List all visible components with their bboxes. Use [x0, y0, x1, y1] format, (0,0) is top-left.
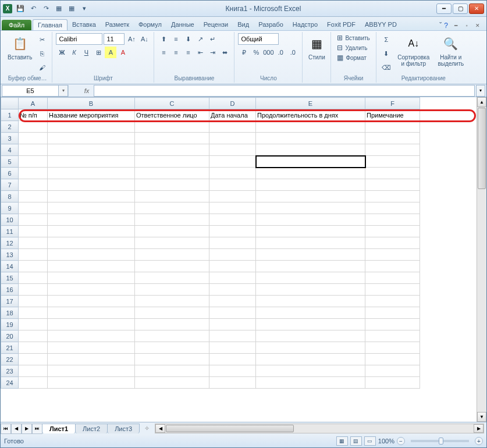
cell[interactable] — [19, 249, 48, 261]
font-color-button[interactable]: A — [117, 47, 129, 58]
row-header[interactable]: 11 — [1, 226, 19, 237]
namebox-dropdown-icon[interactable]: ▾ — [59, 85, 68, 97]
cell[interactable] — [209, 144, 256, 156]
row-header[interactable]: 12 — [1, 237, 19, 249]
cell[interactable] — [365, 261, 420, 272]
cell[interactable] — [209, 354, 256, 365]
cell[interactable] — [48, 307, 135, 319]
tab-first-icon[interactable]: ⏮ — [1, 424, 11, 434]
hscroll-thumb[interactable] — [166, 425, 294, 432]
row-header[interactable]: 4 — [1, 144, 19, 156]
cell[interactable] — [135, 284, 209, 296]
mdi-restore[interactable]: ▫ — [461, 21, 472, 30]
scroll-down-icon[interactable]: ▼ — [477, 412, 486, 422]
cell[interactable] — [135, 377, 209, 389]
cell[interactable] — [135, 191, 209, 202]
cell[interactable] — [256, 365, 365, 377]
cell[interactable] — [209, 377, 256, 389]
row-header[interactable]: 22 — [1, 354, 19, 365]
cell[interactable] — [256, 261, 365, 272]
maximize-button[interactable]: ▢ — [453, 3, 468, 14]
cell[interactable] — [256, 296, 365, 307]
tab-last-icon[interactable]: ⏭ — [32, 424, 42, 434]
cell[interactable] — [48, 121, 135, 133]
qat-icon[interactable]: ▦ — [53, 3, 65, 15]
cell[interactable] — [209, 319, 256, 330]
page-layout-view-icon[interactable]: ▤ — [350, 436, 362, 446]
cell[interactable] — [209, 156, 256, 168]
increase-indent-icon[interactable]: ⇥ — [207, 47, 218, 58]
row-header[interactable]: 7 — [1, 179, 19, 191]
cell[interactable]: Дата начала — [209, 109, 256, 121]
cell[interactable] — [256, 330, 365, 342]
cell[interactable] — [19, 307, 48, 319]
cell[interactable] — [135, 261, 209, 272]
fx-button[interactable]: fx — [80, 85, 94, 97]
expand-formula-bar-icon[interactable]: ▾ — [476, 85, 485, 97]
ribbon-tab[interactable]: Надстро — [288, 19, 322, 30]
normal-view-icon[interactable]: ▦ — [336, 436, 348, 446]
format-painter-icon[interactable]: 🖌 — [35, 61, 48, 74]
comma-icon[interactable]: 000 — [262, 47, 274, 58]
cell[interactable] — [48, 342, 135, 354]
tab-next-icon[interactable]: ▶ — [22, 424, 32, 434]
cell[interactable] — [135, 121, 209, 133]
cell[interactable] — [209, 307, 256, 319]
vertical-scrollbar[interactable]: ▲ ▼ — [477, 97, 486, 422]
cell[interactable] — [256, 319, 365, 330]
cell[interactable] — [48, 168, 135, 179]
column-header[interactable]: C — [135, 98, 209, 109]
cell[interactable] — [48, 296, 135, 307]
cell[interactable] — [48, 330, 135, 342]
cell[interactable] — [48, 377, 135, 389]
cell[interactable] — [365, 354, 420, 365]
qat-icon[interactable]: ▦ — [66, 3, 77, 15]
cell[interactable]: № п/п — [19, 109, 48, 121]
cell[interactable] — [135, 296, 209, 307]
cell[interactable] — [48, 354, 135, 365]
copy-icon[interactable]: ⎘ — [35, 47, 48, 60]
minimize-ribbon-icon[interactable]: ˇ — [439, 22, 442, 30]
cell[interactable] — [209, 261, 256, 272]
cell[interactable] — [48, 179, 135, 191]
insert-cells-button[interactable]: ⊞Вставить — [335, 33, 372, 42]
ribbon-tab[interactable]: Foxit PDF — [322, 19, 360, 30]
cell[interactable] — [256, 179, 365, 191]
cell[interactable] — [19, 121, 48, 133]
paste-button[interactable]: 📋 Вставить — [6, 33, 33, 62]
cell[interactable] — [256, 272, 365, 284]
scroll-left-icon[interactable]: ◀ — [155, 424, 165, 433]
ribbon-tab[interactable]: Вставка — [67, 19, 101, 30]
cell[interactable] — [135, 249, 209, 261]
wrap-text-icon[interactable]: ↵ — [207, 33, 218, 45]
cell[interactable] — [19, 261, 48, 272]
ribbon-tab[interactable]: ABBYY PD — [360, 19, 401, 30]
cell[interactable] — [256, 307, 365, 319]
increase-font-icon[interactable]: A↑ — [126, 33, 137, 45]
clear-icon[interactable]: ⌫ — [380, 61, 393, 74]
font-size-select[interactable] — [104, 33, 125, 45]
row-header[interactable]: 5 — [1, 156, 19, 168]
align-bottom-icon[interactable]: ⬇ — [182, 33, 194, 45]
cell[interactable] — [48, 261, 135, 272]
number-format-select[interactable] — [238, 33, 279, 45]
cell[interactable] — [256, 354, 365, 365]
row-header[interactable]: 16 — [1, 284, 19, 296]
cell[interactable] — [48, 156, 135, 168]
column-header[interactable]: A — [19, 98, 48, 109]
ribbon-tab[interactable]: Главная — [33, 19, 67, 30]
tab-prev-icon[interactable]: ◀ — [11, 424, 22, 434]
cell[interactable] — [19, 144, 48, 156]
cell[interactable] — [209, 272, 256, 284]
cell[interactable] — [19, 272, 48, 284]
cell[interactable] — [48, 284, 135, 296]
cell[interactable] — [19, 237, 48, 249]
row-header[interactable]: 21 — [1, 342, 19, 354]
cell[interactable] — [48, 237, 135, 249]
cell[interactable] — [19, 202, 48, 214]
cell[interactable] — [135, 319, 209, 330]
cell[interactable] — [365, 342, 420, 354]
cell[interactable] — [19, 226, 48, 237]
cell[interactable] — [19, 296, 48, 307]
vscroll-thumb[interactable] — [478, 108, 486, 189]
